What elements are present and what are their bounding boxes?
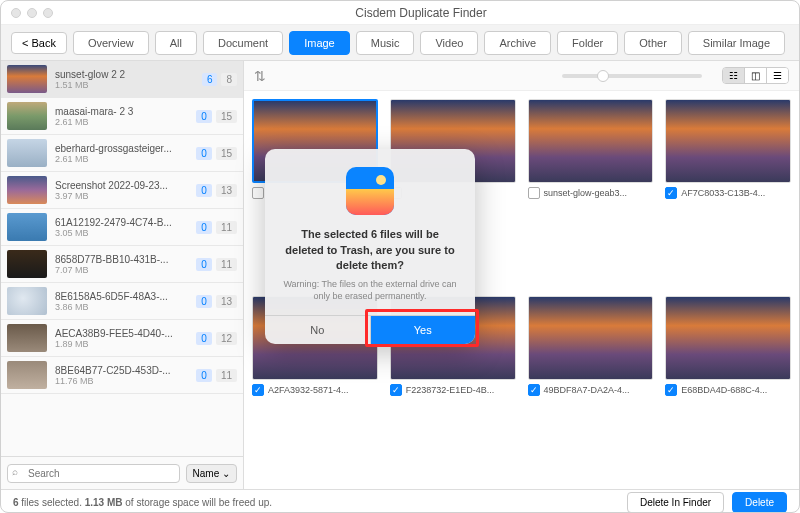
yes-button[interactable]: Yes [371, 316, 476, 344]
file-name: Screenshot 2022-09-23... [55, 180, 188, 191]
checkbox[interactable] [252, 187, 264, 199]
checkbox[interactable]: ✓ [390, 384, 402, 396]
statusbar: 6 files selected. 1.13 MB of storage spa… [1, 489, 799, 513]
zoom-slider[interactable] [562, 74, 702, 78]
back-button[interactable]: < Back [11, 32, 67, 54]
selected-count: 0 [196, 221, 212, 234]
file-name: 8E6158A5-6D5F-48A3-... [55, 291, 188, 302]
sort-button[interactable]: Name ⌄ [186, 464, 237, 483]
file-size: 3.97 MB [55, 191, 188, 201]
total-count: 8 [221, 73, 237, 86]
delete-button[interactable]: Delete [732, 492, 787, 513]
tab-all[interactable]: All [155, 31, 197, 55]
file-name: maasai-mara- 2 3 [55, 106, 188, 117]
delete-in-finder-button[interactable]: Delete In Finder [627, 492, 724, 513]
checkbox[interactable]: ✓ [665, 187, 677, 199]
checkbox[interactable]: ✓ [528, 384, 540, 396]
file-size: 2.61 MB [55, 117, 188, 127]
tab-document[interactable]: Document [203, 31, 283, 55]
list-item[interactable]: 8E6158A5-6D5F-48A3-... 3.86 MB 0 13 [1, 283, 243, 320]
titlebar: Cisdem Duplicate Finder [1, 1, 799, 25]
confirm-dialog: The selected 6 files will be deleted to … [265, 149, 475, 344]
checkbox[interactable]: ✓ [252, 384, 264, 396]
list-item[interactable]: AECA38B9-FEE5-4D40-... 1.89 MB 0 12 [1, 320, 243, 357]
checkbox[interactable]: ✓ [665, 384, 677, 396]
tab-overview[interactable]: Overview [73, 31, 149, 55]
total-count: 12 [216, 332, 237, 345]
thumbnail-icon [7, 102, 47, 130]
tab-image[interactable]: Image [289, 31, 350, 55]
total-count: 13 [216, 184, 237, 197]
grid-cell[interactable]: ✓ 49BDF8A7-DA2A-4... [528, 296, 654, 481]
image-thumbnail[interactable] [665, 99, 791, 183]
toolbar: < Back Overview All Document Image Music… [1, 25, 799, 61]
image-thumbnail[interactable] [528, 296, 654, 380]
selected-count: 0 [196, 295, 212, 308]
thumbnail-icon [7, 324, 47, 352]
image-label: E68BDA4D-688C-4... [681, 385, 767, 395]
file-size: 3.05 MB [55, 228, 188, 238]
image-label: F2238732-E1ED-4B... [406, 385, 495, 395]
selected-count: 0 [196, 369, 212, 382]
selected-count: 0 [196, 332, 212, 345]
file-name: 61A12192-2479-4C74-B... [55, 217, 188, 228]
selected-count: 0 [196, 258, 212, 271]
thumbnail-icon [7, 139, 47, 167]
list-item[interactable]: eberhard-grossgasteiger... 2.61 MB 0 15 [1, 135, 243, 172]
tab-archive[interactable]: Archive [484, 31, 551, 55]
view-switch: ☷ ◫ ☰ [722, 67, 789, 84]
thumbnail-icon [7, 65, 47, 93]
tab-folder[interactable]: Folder [557, 31, 618, 55]
total-count: 15 [216, 147, 237, 160]
list-item[interactable]: Screenshot 2022-09-23... 3.97 MB 0 13 [1, 172, 243, 209]
tab-similar-image[interactable]: Similar Image [688, 31, 785, 55]
total-count: 11 [216, 258, 237, 271]
selected-count: 0 [196, 110, 212, 123]
thumbnail-icon [7, 361, 47, 389]
image-label: AF7C8033-C13B-4... [681, 188, 765, 198]
file-size: 1.89 MB [55, 339, 188, 349]
list-item[interactable]: 8658D77B-BB10-431B-... 7.07 MB 0 11 [1, 246, 243, 283]
tab-other[interactable]: Other [624, 31, 682, 55]
window-title: Cisdem Duplicate Finder [53, 6, 789, 20]
file-size: 1.51 MB [55, 80, 194, 90]
file-name: 8658D77B-BB10-431B-... [55, 254, 188, 265]
sidebar-footer: ⌕ Name ⌄ [1, 456, 243, 489]
image-label: sunset-glow-geab3... [544, 188, 628, 198]
checkbox[interactable] [528, 187, 540, 199]
main-toolbar: ⇅ ☷ ◫ ☰ [244, 61, 799, 91]
maximize-icon[interactable] [43, 8, 53, 18]
image-thumbnail[interactable] [665, 296, 791, 380]
search-input[interactable] [7, 464, 180, 483]
close-icon[interactable] [11, 8, 21, 18]
file-size: 2.61 MB [55, 154, 188, 164]
image-label: 49BDF8A7-DA2A-4... [544, 385, 630, 395]
chevron-icon: ⌄ [222, 468, 230, 479]
thumbnail-icon [7, 250, 47, 278]
grid-cell[interactable]: ✓ AF7C8033-C13B-4... [665, 99, 791, 284]
grid-cell[interactable]: sunset-glow-geab3... [528, 99, 654, 284]
selected-count: 6 [202, 73, 218, 86]
grid-cell[interactable]: ✓ E68BDA4D-688C-4... [665, 296, 791, 481]
dialog-warning: Warning: The files on the external drive… [265, 273, 475, 314]
file-size: 7.07 MB [55, 265, 188, 275]
list-item[interactable]: sunset-glow 2 2 1.51 MB 6 8 [1, 61, 243, 98]
view-list-button[interactable]: ☰ [767, 68, 788, 83]
total-count: 11 [216, 221, 237, 234]
file-name: sunset-glow 2 2 [55, 69, 194, 80]
dialog-title: The selected 6 files will be deleted to … [265, 227, 475, 273]
filter-icon[interactable]: ⇅ [254, 68, 266, 84]
file-list[interactable]: sunset-glow 2 2 1.51 MB 6 8 maasai-mara-… [1, 61, 243, 456]
no-button[interactable]: No [265, 316, 371, 344]
list-item[interactable]: 61A12192-2479-4C74-B... 3.05 MB 0 11 [1, 209, 243, 246]
file-size: 11.76 MB [55, 376, 188, 386]
image-thumbnail[interactable] [528, 99, 654, 183]
list-item[interactable]: 8BE64B77-C25D-453D-... 11.76 MB 0 11 [1, 357, 243, 394]
tab-video[interactable]: Video [420, 31, 478, 55]
view-compare-button[interactable]: ◫ [745, 68, 767, 83]
list-item[interactable]: maasai-mara- 2 3 2.61 MB 0 15 [1, 98, 243, 135]
tab-music[interactable]: Music [356, 31, 415, 55]
view-grid-button[interactable]: ☷ [723, 68, 745, 83]
minimize-icon[interactable] [27, 8, 37, 18]
app-icon [346, 167, 394, 215]
